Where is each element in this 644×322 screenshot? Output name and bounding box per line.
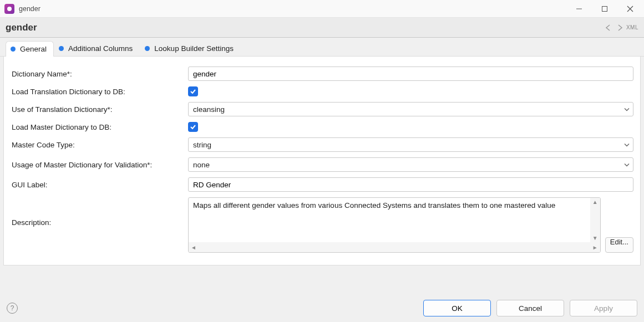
- chevron-down-icon: [624, 161, 630, 169]
- tab-indicator-icon: [11, 47, 16, 52]
- nav-forward-icon[interactable]: [616, 24, 624, 31]
- description-text: Maps all different gender values from va…: [193, 201, 588, 209]
- row-use-translation: Use of Translation Dictionary*: cleansin…: [11, 102, 633, 116]
- label-description: Description:: [11, 197, 188, 253]
- svg-rect-1: [602, 6, 607, 11]
- app-window: gender gender XML General Additional: [0, 0, 644, 322]
- tabs-bar: General Additional Columns Lookup Builde…: [0, 38, 644, 57]
- scroll-up-icon[interactable]: ▲: [590, 198, 600, 206]
- spacer: [0, 265, 644, 294]
- row-load-translation: Load Translation Dictionary to DB:: [11, 86, 633, 96]
- chevron-down-icon: [624, 141, 630, 149]
- close-button[interactable]: [617, 1, 643, 17]
- select-value: none: [193, 161, 210, 169]
- tab-label: Additional Columns: [68, 44, 133, 53]
- select-value: string: [193, 141, 211, 149]
- form-panel: Dictionary Name*: Load Translation Dicti…: [3, 57, 641, 265]
- tab-general[interactable]: General: [6, 41, 54, 57]
- label-load-master: Load Master Dictionary to DB:: [11, 123, 188, 131]
- label-dictionary-name: Dictionary Name*:: [11, 70, 188, 78]
- cancel-button[interactable]: Cancel: [496, 300, 564, 316]
- master-code-type-select[interactable]: string: [188, 137, 633, 152]
- select-value: cleansing: [193, 105, 225, 114]
- apply-button[interactable]: Apply: [570, 300, 637, 316]
- app-icon: [4, 4, 14, 14]
- row-dictionary-name: Dictionary Name*:: [11, 67, 633, 81]
- row-gui-label: GUI Label:: [11, 177, 633, 192]
- label-gui-label: GUI Label:: [11, 181, 188, 189]
- row-usage-master-validation: Usage of Master Dictionary for Validatio…: [11, 157, 633, 172]
- scroll-left-icon[interactable]: ◄: [189, 243, 199, 252]
- label-load-translation: Load Translation Dictionary to DB:: [11, 88, 188, 96]
- row-master-code-type: Master Code Type: string: [11, 137, 633, 152]
- gui-label-input[interactable]: [188, 177, 633, 192]
- label-use-translation: Use of Translation Dictionary*:: [11, 105, 188, 114]
- ok-button[interactable]: OK: [423, 300, 491, 316]
- use-translation-select[interactable]: cleansing: [188, 102, 633, 116]
- tab-indicator-icon: [59, 46, 64, 51]
- page-title: gender: [6, 22, 37, 33]
- tab-label: General: [20, 45, 47, 53]
- nav-back-icon[interactable]: [605, 24, 613, 31]
- window-title: gender: [19, 5, 40, 13]
- load-master-checkbox[interactable]: [188, 122, 198, 132]
- tab-additional-columns[interactable]: Additional Columns: [54, 40, 140, 56]
- help-icon[interactable]: ?: [7, 303, 18, 314]
- maximize-button[interactable]: [592, 1, 617, 17]
- tab-indicator-icon: [145, 46, 150, 51]
- edit-description-button[interactable]: Edit...: [605, 237, 633, 253]
- minimize-button[interactable]: [566, 1, 592, 17]
- dictionary-name-input[interactable]: [188, 67, 633, 81]
- footer-bar: ? OK Cancel Apply: [0, 294, 644, 322]
- horizontal-scrollbar[interactable]: ◄ ►: [189, 242, 600, 252]
- tab-lookup-builder-settings[interactable]: Lookup Builder Settings: [140, 40, 241, 56]
- scroll-right-icon[interactable]: ►: [590, 243, 600, 252]
- scroll-down-icon[interactable]: ▼: [590, 234, 600, 242]
- row-description: Description: Maps all different gender v…: [11, 197, 633, 253]
- load-translation-checkbox[interactable]: [188, 86, 198, 96]
- titlebar: gender: [0, 0, 644, 18]
- description-textarea[interactable]: Maps all different gender values from va…: [188, 197, 601, 253]
- row-load-master: Load Master Dictionary to DB:: [11, 122, 633, 132]
- usage-master-validation-select[interactable]: none: [188, 157, 633, 172]
- label-usage-master-validation: Usage of Master Dictionary for Validatio…: [11, 161, 188, 169]
- xml-button[interactable]: XML: [626, 24, 638, 30]
- chevron-down-icon: [624, 105, 630, 114]
- label-master-code-type: Master Code Type:: [11, 141, 188, 149]
- page-header: gender XML: [0, 18, 644, 38]
- tab-label: Lookup Builder Settings: [154, 44, 234, 53]
- vertical-scrollbar[interactable]: ▲ ▼: [590, 198, 600, 242]
